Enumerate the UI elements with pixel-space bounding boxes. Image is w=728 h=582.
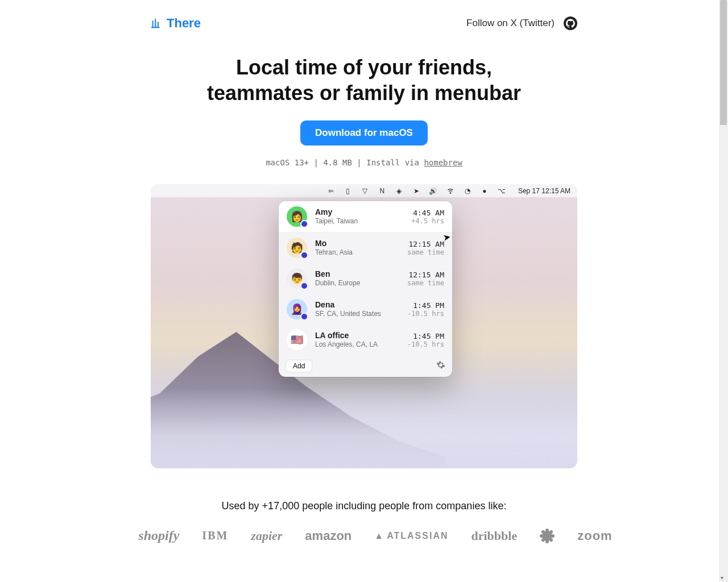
hero-title: Local time of your friends, teammates or… [151,55,577,106]
divider: | [313,158,323,167]
person-name: LA office [315,331,405,340]
timezone-row[interactable]: 👩AmyTaipei, Taiwan4:45 AM+4.5 hrs [279,201,452,232]
settings-gear-icon[interactable] [436,360,445,372]
status-badge-icon [300,251,308,259]
menubar-datetime[interactable]: Sep 17 12:15 AM [518,187,570,195]
row-info: BenDublin, Europe [315,269,405,287]
meta-install-prefix: Install via [366,158,424,167]
homebrew-link[interactable]: homebrew [424,158,462,167]
meta-line: macOS 13+ | 4.8 MB | Install via homebre… [151,158,577,167]
there-logo-icon [151,17,163,30]
avatar: 👩 [287,206,307,227]
row-time: 12:15 AMsame time [407,271,444,287]
local-time: 1:45 PM [407,301,444,310]
svg-point-0 [450,192,451,193]
shopify-logo: shopify [138,528,179,543]
divider: | [357,158,366,167]
figma-menubar-icon[interactable]: ▯ [344,187,352,195]
timezone-row[interactable]: 🧑MoTehran, Asia12:15 AMsame time [279,232,452,263]
popup-footer: Add [279,355,452,377]
hero: Local time of your friends, teammates or… [151,31,577,167]
person-name: Amy [315,207,409,217]
usedby-section: Used by +17,000 people including people … [151,500,577,543]
time-offset: -10.5 hrs [407,340,444,348]
app-screenshot: ⥢ ▯ ▽ N ◈ ➤ 🔊 ◔ ● ⌥ Sep 17 12:15 AM [151,184,577,468]
there-popup: 👩AmyTaipei, Taiwan4:45 AM+4.5 hrs🧑MoTehr… [279,201,452,377]
person-name: Dena [315,300,405,310]
usedby-text: Used by +17,000 people including people … [151,500,577,512]
person-location: SF, CA, United States [315,310,405,318]
timezone-row[interactable]: 🧕DenaSF, CA, United States1:45 PM-10.5 h… [279,294,452,325]
time-offset: same time [407,248,444,256]
person-name: Ben [315,269,405,279]
sync-menubar-icon[interactable]: ◈ [395,187,403,195]
avatar: 🇺🇸 [287,330,307,350]
avatar: 🧕 [287,299,307,319]
atlassian-logo: ▲ ATLASSIAN [374,531,448,541]
status-badge-icon [300,220,308,228]
row-time: 12:15 AMsame time [407,240,444,256]
scrollbar[interactable]: ▴ ▾ [719,0,728,543]
atlassian-text: ATLASSIAN [387,531,448,541]
volume-menubar-icon[interactable]: 🔊 [429,187,437,195]
time-offset: -10.5 hrs [407,310,444,318]
local-time: 12:15 AM [407,271,444,279]
meta-os: macOS 13+ [266,158,309,167]
control-center-icon[interactable]: ⌥ [498,187,506,195]
follow-x-link[interactable]: Follow on X (Twitter) [466,18,555,29]
time-offset: +4.5 hrs [411,217,444,225]
hero-title-line1: Local time of your friends, [236,56,492,79]
timezone-row[interactable]: 👦BenDublin, Europe12:15 AMsame time [279,263,452,294]
chat-menubar-icon[interactable]: ▽ [361,187,369,195]
row-info: MoTehran, Asia [315,239,405,256]
menubar-icons: ⥢ ▯ ▽ N ◈ ➤ 🔊 ◔ ● ⌥ [327,187,506,195]
status-badge-icon [300,282,308,290]
person-location: Dublin, Europe [315,279,405,287]
status-badge-icon [300,313,308,321]
meta-size: 4.8 MB [323,158,352,167]
github-icon[interactable] [564,16,577,30]
macos-menubar: ⥢ ▯ ▽ N ◈ ➤ 🔊 ◔ ● ⌥ Sep 17 12:15 AM [151,184,577,198]
row-time: 4:45 AM+4.5 hrs [411,209,444,225]
person-location: Taipei, Taiwan [315,217,409,225]
scrollbar-thumb[interactable] [720,0,727,125]
logo-text: There [167,16,201,31]
dribbble-logo: dribbble [471,529,518,543]
person-name: Mo [315,239,405,248]
avatar: 👦 [287,268,307,289]
row-info: AmyTaipei, Taiwan [315,207,409,225]
ibm-logo: IBM [202,529,228,542]
time-offset: same time [407,279,444,287]
location-menubar-icon[interactable]: ➤ [412,187,420,195]
download-button[interactable]: Download for macOS [300,120,428,146]
row-time: 1:45 PM-10.5 hrs [407,332,444,348]
there-menubar-icon[interactable]: ⥢ [327,187,335,195]
hero-title-line2: teammates or family in menubar [207,81,521,105]
row-info: LA officeLos Angeles, CA, LA [315,331,405,348]
wifi-menubar-icon[interactable] [446,187,454,195]
avatar: 🧑 [287,238,307,258]
header: There Follow on X (Twitter) [151,0,577,31]
add-button[interactable]: Add [286,360,312,372]
zapier-logo: zapier [251,529,282,543]
row-info: DenaSF, CA, United States [315,300,405,318]
company-logos: shopify IBM zapier amazon ▲ ATLASSIAN dr… [151,528,577,543]
timezone-row[interactable]: 🇺🇸LA officeLos Angeles, CA, LA1:45 PM-10… [279,325,452,355]
wallpaper-haze [151,389,577,468]
person-location: Tehran, Asia [315,248,405,256]
row-time: 1:45 PM-10.5 hrs [407,301,444,318]
notion-menubar-icon[interactable]: N [378,187,386,195]
local-time: 4:45 AM [411,209,444,217]
logo[interactable]: There [151,16,201,31]
zoom-logo: zoom [577,529,612,543]
header-nav: Follow on X (Twitter) [466,16,577,30]
spotlight-menubar-icon[interactable]: ● [481,187,489,195]
battery-menubar-icon[interactable]: ◔ [464,187,471,195]
local-time: 1:45 PM [407,332,444,340]
person-location: Los Angeles, CA, LA [315,340,405,348]
local-time: 12:15 AM [407,240,444,248]
amazon-logo: amazon [305,529,351,543]
loom-logo-icon [540,529,555,543]
